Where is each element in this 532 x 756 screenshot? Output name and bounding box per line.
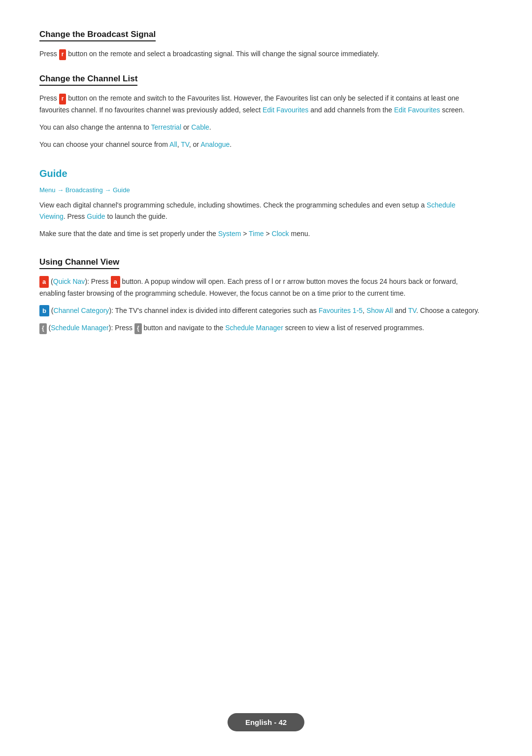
paragraph-channel-list-3: You can choose your channel source from … xyxy=(39,139,483,150)
section-using-channel-view: Using Channel View a (Quick Nav): Press … xyxy=(39,257,483,334)
link-clock[interactable]: Clock xyxy=(272,230,289,238)
section-change-broadcast-signal: Change the Broadcast Signal Press r butt… xyxy=(39,30,483,60)
link-all[interactable]: All xyxy=(169,140,177,148)
paragraph-channel-view-a: a (Quick Nav): Press a button. A popup w… xyxy=(39,276,483,299)
link-show-all[interactable]: Show All xyxy=(366,307,393,314)
breadcrumb-menu[interactable]: Menu xyxy=(39,186,56,194)
paragraph-channel-view-l: { (Schedule Manager): Press { button and… xyxy=(39,322,483,334)
button-a-label: a xyxy=(39,276,49,287)
link-cable[interactable]: Cable xyxy=(191,123,209,131)
button-l-press: { xyxy=(134,323,142,334)
button-a-press: a xyxy=(111,276,120,287)
page-container: Change the Broadcast Signal Press r butt… xyxy=(0,0,532,756)
link-analogue[interactable]: Analogue xyxy=(200,140,230,148)
link-system[interactable]: System xyxy=(218,230,241,238)
paragraph-broadcast-signal: Press r button on the remote and select … xyxy=(39,48,483,60)
link-channel-category[interactable]: Channel Category xyxy=(54,307,109,314)
link-guide[interactable]: Guide xyxy=(87,212,105,220)
breadcrumb-broadcasting[interactable]: Broadcasting xyxy=(66,186,103,194)
heading-change-channel-list: Change the Channel List xyxy=(39,74,137,86)
paragraph-channel-view-b: b (Channel Category): The TV's channel i… xyxy=(39,305,483,316)
button-l-label: { xyxy=(39,323,47,334)
paragraph-guide-2: Make sure that the date and time is set … xyxy=(39,228,483,240)
link-terrestrial[interactable]: Terrestrial xyxy=(151,123,181,131)
paragraph-channel-list-2: You can also change the antenna to Terre… xyxy=(39,122,483,133)
link-tv[interactable]: TV xyxy=(181,140,189,148)
link-schedule-manager-2[interactable]: Schedule Manager xyxy=(225,324,283,332)
heading-change-broadcast-signal: Change the Broadcast Signal xyxy=(39,30,156,41)
button-r-icon: r xyxy=(59,49,66,60)
link-time[interactable]: Time xyxy=(249,230,264,238)
heading-using-channel-view: Using Channel View xyxy=(39,257,119,269)
breadcrumb-arrow-1: → xyxy=(57,186,66,194)
link-schedule-manager-1[interactable]: Schedule Manager xyxy=(51,324,109,332)
heading-guide: Guide xyxy=(39,168,483,179)
link-edit-favourites-1[interactable]: Edit Favourites xyxy=(263,106,308,114)
breadcrumb-arrow-2: → xyxy=(104,186,113,194)
section-guide: Guide Menu → Broadcasting → Guide View e… xyxy=(39,168,483,240)
link-quick-nav[interactable]: Quick Nav xyxy=(53,277,85,285)
breadcrumb: Menu → Broadcasting → Guide xyxy=(39,186,483,194)
breadcrumb-guide[interactable]: Guide xyxy=(113,186,130,194)
link-edit-favourites-2[interactable]: Edit Favourites xyxy=(394,106,440,114)
link-favourites-1-5[interactable]: Favourites 1-5 xyxy=(319,307,363,314)
footer-badge: English - 42 xyxy=(228,713,304,731)
section-change-channel-list: Change the Channel List Press r button o… xyxy=(39,74,483,150)
button-b-label: b xyxy=(39,305,49,316)
paragraph-channel-list-1: Press r button on the remote and switch … xyxy=(39,93,483,116)
button-r-icon-2: r xyxy=(59,94,66,104)
paragraph-guide-1: View each digital channel's programming … xyxy=(39,200,483,222)
content-area: Change the Broadcast Signal Press r butt… xyxy=(39,30,483,334)
link-tv-2[interactable]: TV xyxy=(408,307,416,314)
